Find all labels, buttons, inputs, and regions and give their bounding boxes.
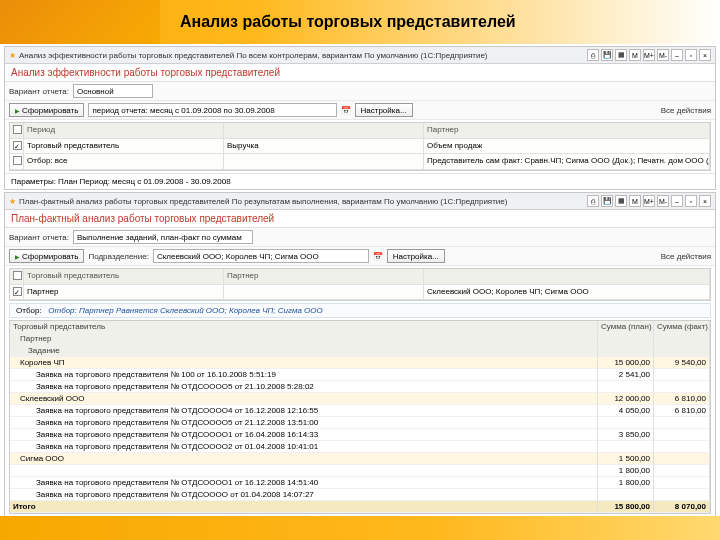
- print-icon[interactable]: ⎙: [587, 195, 599, 207]
- table-row[interactable]: Заявка на торгового представителя № ОТДС…: [10, 441, 598, 453]
- cell[interactable]: [224, 154, 424, 170]
- mminus-button[interactable]: M-: [657, 195, 669, 207]
- calendar-icon[interactable]: 📅: [341, 106, 351, 115]
- cell-plan: 1 800,00: [598, 477, 654, 489]
- cell[interactable]: [224, 285, 424, 300]
- mplus-button[interactable]: M+: [643, 49, 655, 61]
- th-sub1: Партнер: [10, 333, 598, 345]
- filter-grid-1: Период Партнер Торговый представитель Вы…: [9, 122, 711, 171]
- cell-plan: [598, 489, 654, 501]
- all-actions-link[interactable]: Все действия: [661, 106, 711, 115]
- maximize-button[interactable]: ▫: [685, 195, 697, 207]
- col-blank: [224, 123, 424, 139]
- variant-row-2: Вариант отчета: Выполнение заданий, план…: [5, 228, 715, 247]
- checkbox[interactable]: [13, 271, 22, 280]
- page-title: Анализ работы торговых представителей: [180, 13, 516, 31]
- star-icon: ★: [9, 197, 16, 206]
- cell-fact: [654, 465, 710, 477]
- m-button[interactable]: M: [629, 195, 641, 207]
- calendar-icon[interactable]: 📅: [373, 252, 383, 261]
- cell-plan: 2 541,00: [598, 369, 654, 381]
- cell-fact: [654, 369, 710, 381]
- table-row[interactable]: [10, 465, 598, 477]
- cell[interactable]: Отбор: все: [24, 154, 224, 170]
- settings-button[interactable]: Настройка...: [387, 249, 445, 263]
- cell-fact: [654, 417, 710, 429]
- close-button[interactable]: ×: [699, 49, 711, 61]
- star-icon: ★: [9, 51, 16, 60]
- table-row[interactable]: Заявка на торгового представителя № 100 …: [10, 369, 598, 381]
- data-table: Торговый представитель Сумма (план) Сумм…: [9, 320, 711, 514]
- th-rep: Торговый представитель: [10, 321, 598, 333]
- cell-fact: [654, 477, 710, 489]
- m-button[interactable]: M: [629, 49, 641, 61]
- params-label: Параметры: План Период: месяц с 01.09.20…: [5, 173, 715, 189]
- table-row[interactable]: Заявка на торгового представителя № ОТДС…: [10, 489, 598, 501]
- col-partner: Партнер: [424, 123, 710, 139]
- mplus-button[interactable]: M+: [643, 195, 655, 207]
- titlebar-buttons-2: ⎙ 💾 ▦ M M+ M- – ▫ ×: [587, 195, 711, 207]
- checkbox[interactable]: [13, 156, 22, 165]
- settings-button[interactable]: Настройка...: [355, 103, 413, 117]
- window-efficiency: ★ Анализ эффективности работы торговых п…: [4, 46, 716, 190]
- checkbox[interactable]: [13, 287, 22, 296]
- table-row[interactable]: Сигма ООО: [10, 453, 598, 465]
- titlebar-1: ★ Анализ эффективности работы торговых п…: [5, 47, 715, 64]
- table-row[interactable]: Заявка на торгового представителя № ОТДС…: [10, 417, 598, 429]
- cell[interactable]: Торговый представитель: [24, 139, 224, 154]
- cell-plan: [598, 417, 654, 429]
- cell-fact: 9 540,00: [654, 357, 710, 369]
- total-cell: Итого: [10, 501, 598, 513]
- form-button[interactable]: Сформировать: [9, 103, 84, 117]
- calc-icon[interactable]: ▦: [615, 195, 627, 207]
- podr-input[interactable]: Склеевский ООО; Королев ЧП; Сигма ООО: [153, 249, 369, 263]
- table-row[interactable]: Заявка на торгового представителя № ОТДС…: [10, 405, 598, 417]
- report-subtitle-1: Анализ эффективности работы торговых пре…: [5, 64, 715, 82]
- cell[interactable]: Выручка: [224, 139, 424, 154]
- save-icon[interactable]: 💾: [601, 195, 613, 207]
- maximize-button[interactable]: ▫: [685, 49, 697, 61]
- minimize-button[interactable]: –: [671, 49, 683, 61]
- checkbox[interactable]: [13, 141, 22, 150]
- cell-fact: [654, 429, 710, 441]
- variant-input[interactable]: Выполнение заданий, план-факт по суммам: [73, 230, 253, 244]
- table-row[interactable]: Королев ЧП: [10, 357, 598, 369]
- calc-icon[interactable]: ▦: [615, 49, 627, 61]
- table-row[interactable]: Заявка на торгового представителя № ОТДС…: [10, 477, 598, 489]
- save-icon[interactable]: 💾: [601, 49, 613, 61]
- variant-label: Вариант отчета:: [9, 233, 69, 242]
- th-sub2: Задание: [10, 345, 598, 357]
- period-input[interactable]: период отчета: месяц с 01.09.2008 по 30.…: [88, 103, 336, 117]
- print-icon[interactable]: ⎙: [587, 49, 599, 61]
- window-title-1: Анализ эффективности работы торговых пре…: [19, 51, 584, 60]
- form-button[interactable]: Сформировать: [9, 249, 84, 263]
- col-rep: Торговый представитель: [24, 269, 224, 285]
- cell-plan: 3 850,00: [598, 429, 654, 441]
- variant-input[interactable]: Основной: [73, 84, 153, 98]
- minimize-button[interactable]: –: [671, 195, 683, 207]
- total-cell: 15 800,00: [598, 501, 654, 513]
- table-row[interactable]: Склеевский ООО: [10, 393, 598, 405]
- cell[interactable]: Партнер: [24, 285, 224, 300]
- variant-row-1: Вариант отчета: Основной: [5, 82, 715, 101]
- close-button[interactable]: ×: [699, 195, 711, 207]
- checkbox[interactable]: [13, 125, 22, 134]
- page-footer: [0, 516, 720, 540]
- toolbar-row-2: Сформировать Подразделение: Склеевский О…: [5, 247, 715, 266]
- cell-fact: 6 810,00: [654, 405, 710, 417]
- titlebar-2: ★ План-фактный анализ работы торговых пр…: [5, 193, 715, 210]
- cell[interactable]: Склеевский ООО; Королев ЧП; Сигма ООО: [424, 285, 710, 300]
- table-row[interactable]: Заявка на торгового представителя № ОТДС…: [10, 381, 598, 393]
- total-cell: 8 070,00: [654, 501, 710, 513]
- cell[interactable]: Представитель сам факт: Сравн.ЧП; Сигма …: [424, 154, 710, 170]
- filter-bar: Отбор: Отбор: Партнер Равняется Склеевск…: [9, 303, 711, 318]
- cell-plan: 15 000,00: [598, 357, 654, 369]
- table-row[interactable]: Заявка на торгового представителя № ОТДС…: [10, 429, 598, 441]
- mminus-button[interactable]: M-: [657, 49, 669, 61]
- th-fact: Сумма (факт): [654, 321, 710, 333]
- window-title-2: План-фактный анализ работы торговых пред…: [19, 197, 584, 206]
- filter-label: Отбор:: [16, 306, 46, 315]
- window-plan-fact: ★ План-фактный анализ работы торговых пр…: [4, 192, 716, 517]
- all-actions-link[interactable]: Все действия: [661, 252, 711, 261]
- col-period: Период: [24, 123, 224, 139]
